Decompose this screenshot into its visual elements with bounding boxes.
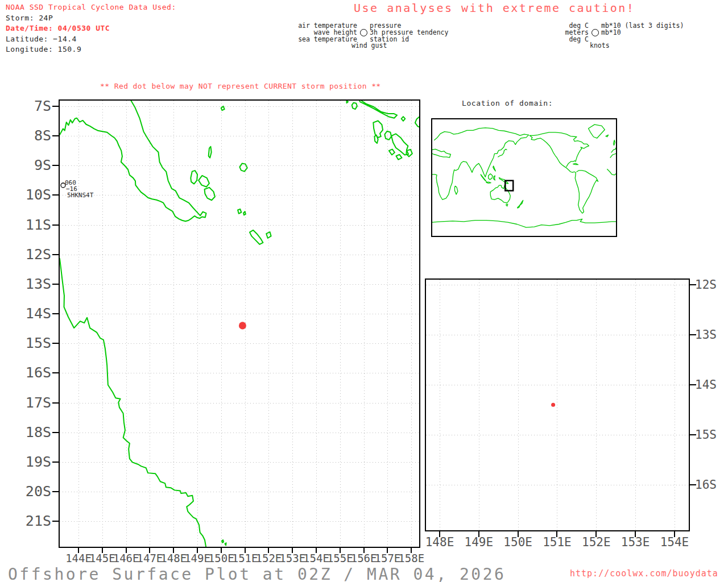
main-map-lat-tick [52,284,59,285]
main-map-lat-tick-label: 14S [10,305,51,322]
legend-unit-knots: knots [535,43,684,49]
main-map-lat-tick [52,194,59,196]
zoom-map-lat-tick-label: 13S [695,327,728,342]
main-map-lat-tick [52,343,59,344]
main-map-lon-tick-label: 158E [391,551,431,565]
offshore-surface-plot: NOAA SSD Tropical Cyclone Data Used: Sto… [0,0,728,582]
zoom-map-lon-tick-label: 153E [614,535,657,550]
legend-wind-gust: wind gust [296,43,448,49]
zoom-map-lat-tick-label: 12S [695,277,728,292]
longitude-line: Longitude: 150.9 [6,45,81,53]
zoom-map-lat-tick-label: 16S [695,477,728,492]
main-map-lat-tick-label: 18S [10,424,51,441]
main-map-lat-tick [52,432,59,433]
legend-sea-temperature: sea temperature [296,36,357,43]
station-circle-icon [592,29,599,36]
main-map-lat-tick [52,165,59,166]
noaa-data-line: NOAA SSD Tropical Cyclone Data Used: [6,3,176,11]
station-circle-icon [360,29,367,36]
zoom-map [425,278,690,531]
main-map: 060 −16 5HKNS4T [59,99,420,548]
storm-position-dot [239,322,246,329]
zoom-map-lon-tick-label: 151E [535,535,578,550]
main-map-lat-tick [52,491,59,492]
main-map-lat-tick [52,372,59,373]
main-map-lat-tick-label: 19S [10,454,51,471]
zoom-map-lon-tick-label: 148E [418,535,461,550]
station-plot-legend: air temperature pressure wave height 3h … [296,23,448,49]
storm-position-warning: ** Red dot below may NOT represent CURRE… [100,82,381,90]
latitude-line: Latitude: −14.4 [6,35,77,43]
legend-unit-mb10: mb*10 [601,30,621,36]
main-map-lat-tick [52,254,59,255]
main-map-lat-tick-label: 15S [10,335,51,352]
main-map-lat-tick-label: 9S [10,157,51,174]
zoom-map-lat-tick-label: 14S [695,377,728,392]
zoom-map-lon-tick-label: 152E [574,535,618,550]
main-map-lat-tick [52,521,59,522]
main-map-lat-tick [52,225,59,226]
datetime-line: Date/Time: 04/0530 UTC [6,24,110,32]
zoom-map-lon-tick-label: 149E [457,535,500,550]
world-map-inset [431,118,617,237]
zoom-map-lat-tick-label: 15S [695,427,728,442]
station-plot-units-legend: deg C mb*10 (last 3 digits) meters mb*10… [535,23,684,49]
main-map-lat-tick [52,135,59,136]
main-map-lat-tick-label: 11S [10,217,51,234]
main-map-lat-tick-label: 13S [10,276,51,293]
main-map-coastlines [60,101,419,547]
main-map-lat-tick-label: 10S [10,186,51,203]
plot-title: Offshore Surface Plot at 02Z / MAR 04, 2… [8,565,506,582]
storm-position-dot [551,403,555,407]
domain-inset-title: Location of domain: [462,99,553,107]
legend-unit-degc-sea: deg C [535,36,589,43]
zoom-map-plot [426,280,689,530]
main-map-lat-tick [52,106,59,107]
main-map-lat-tick [52,313,59,314]
source-url: http://coolwx.com/buoydata [570,568,718,579]
main-map-lat-tick [52,462,59,463]
main-map-lat-tick-label: 21S [10,513,51,530]
main-map-lat-tick [52,402,59,404]
main-map-lat-tick-label: 12S [10,246,51,263]
main-map-lat-tick-label: 7S [10,98,51,115]
zoom-map-lon-tick-label: 150E [497,535,540,550]
storm-id-line: Storm: 24P [6,14,53,22]
main-map-lat-tick-label: 8S [10,127,51,144]
station-id-value: 5HKNS4T [67,192,93,198]
world-map-coastlines [432,119,616,236]
main-map-lat-tick-label: 17S [10,394,51,411]
main-map-lat-tick-label: 20S [10,483,51,500]
caution-title: Use analyses with extreme caution! [354,1,635,15]
zoom-map-lon-tick-label: 154E [653,535,696,550]
main-map-lat-tick-label: 16S [10,364,51,381]
